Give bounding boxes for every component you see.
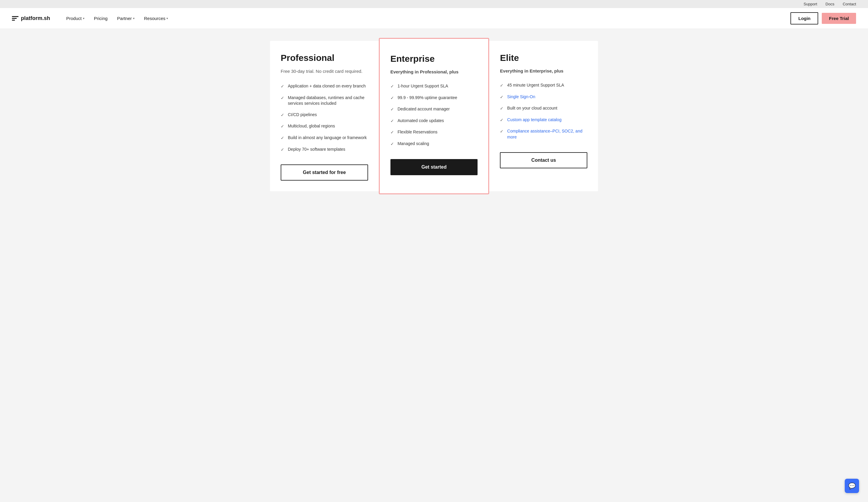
list-item: ✓ Managed databases, runtimes and cache … bbox=[281, 95, 368, 106]
docs-link[interactable]: Docs bbox=[826, 2, 835, 6]
list-item: ✓ 1-hour Urgent Support SLA bbox=[391, 83, 478, 90]
login-button[interactable]: Login bbox=[790, 12, 818, 24]
support-link[interactable]: Support bbox=[804, 2, 817, 6]
card-professional: Professional Free 30-day trial. No credi… bbox=[270, 41, 379, 191]
navbar: platform.sh Product ▾ Pricing Partner ▾ … bbox=[0, 8, 868, 29]
elite-title: Elite bbox=[500, 53, 587, 63]
list-item: ✓ CI/CD pipelines bbox=[281, 112, 368, 118]
elite-subtitle: Everything in Enterprise, plus bbox=[500, 68, 587, 74]
list-item: ✓ Automated code updates bbox=[391, 118, 478, 124]
list-item: ✓ Flexible Reservations bbox=[391, 129, 478, 135]
nav-pricing[interactable]: Pricing bbox=[90, 13, 112, 23]
nav-partner[interactable]: Partner ▾ bbox=[113, 13, 139, 23]
nav-resources[interactable]: Resources ▾ bbox=[140, 13, 173, 23]
check-icon: ✓ bbox=[391, 118, 394, 124]
list-item: ✓ Custom app template catalog bbox=[500, 117, 587, 123]
check-icon: ✓ bbox=[391, 130, 394, 135]
check-icon: ✓ bbox=[391, 95, 394, 101]
enterprise-cta-button[interactable]: Get started bbox=[391, 159, 478, 175]
list-item: ✓ Built on your cloud account bbox=[500, 105, 587, 112]
free-trial-button[interactable]: Free Trial bbox=[822, 13, 856, 24]
nav-links: Product ▾ Pricing Partner ▾ Resources ▾ bbox=[62, 13, 790, 23]
check-icon: ✓ bbox=[281, 135, 284, 141]
compliance-link[interactable]: Compliance assistance–PCI, SOC2, and mor… bbox=[507, 128, 587, 140]
chevron-down-icon: ▾ bbox=[83, 17, 84, 20]
list-item: ✓ Single Sign-On bbox=[500, 94, 587, 100]
check-icon: ✓ bbox=[281, 112, 284, 118]
list-item: ✓ Application + data cloned on every bra… bbox=[281, 83, 368, 90]
main-content: Professional Free 30-day trial. No credi… bbox=[0, 29, 868, 498]
check-icon: ✓ bbox=[391, 141, 394, 147]
check-icon: ✓ bbox=[391, 106, 394, 113]
check-icon: ✓ bbox=[500, 129, 504, 135]
list-item: ✓ Managed scaling bbox=[391, 141, 478, 147]
single-sign-on-link[interactable]: Single Sign-On bbox=[507, 94, 535, 100]
list-item: ✓ Compliance assistance–PCI, SOC2, and m… bbox=[500, 128, 587, 140]
check-icon: ✓ bbox=[281, 95, 284, 101]
elite-features: ✓ 45 minute Urgent Support SLA ✓ Single … bbox=[500, 82, 587, 140]
check-icon: ✓ bbox=[281, 147, 284, 153]
list-item: ✓ Multicloud, global regions bbox=[281, 123, 368, 130]
list-item: ✓ 45 minute Urgent Support SLA bbox=[500, 82, 587, 89]
check-icon: ✓ bbox=[281, 84, 284, 90]
check-icon: ✓ bbox=[500, 94, 504, 100]
chevron-down-icon: ▾ bbox=[133, 17, 135, 20]
custom-app-template-link[interactable]: Custom app template catalog bbox=[507, 117, 561, 123]
pricing-container: Professional Free 30-day trial. No credi… bbox=[270, 41, 598, 191]
professional-features: ✓ Application + data cloned on every bra… bbox=[281, 83, 368, 153]
contact-link[interactable]: Contact bbox=[843, 2, 856, 6]
chat-icon: 💬 bbox=[848, 482, 856, 490]
logo-text: platform.sh bbox=[21, 15, 50, 21]
nav-actions: Login Free Trial bbox=[790, 12, 856, 24]
professional-subtitle: Free 30-day trial. No credit card requir… bbox=[281, 68, 368, 75]
elite-footer: Contact us bbox=[500, 152, 587, 168]
professional-cta-button[interactable]: Get started for free bbox=[281, 164, 368, 181]
enterprise-features: ✓ 1-hour Urgent Support SLA ✓ 99.9 - 99.… bbox=[391, 83, 478, 147]
enterprise-subtitle: Everything in Professional, plus bbox=[391, 69, 478, 75]
card-enterprise: Enterprise Everything in Professional, p… bbox=[379, 38, 489, 194]
nav-product[interactable]: Product ▾ bbox=[62, 13, 89, 23]
check-icon: ✓ bbox=[281, 124, 284, 130]
check-icon: ✓ bbox=[391, 84, 394, 90]
list-item: ✓ 99.9 - 99.99% uptime guarantee bbox=[391, 95, 478, 101]
professional-footer: Get started for free bbox=[281, 164, 368, 181]
check-icon: ✓ bbox=[500, 83, 504, 89]
logo-icon bbox=[12, 16, 19, 21]
list-item: ✓ Dedicated account manager bbox=[391, 106, 478, 113]
chat-widget[interactable]: 💬 bbox=[845, 479, 859, 493]
enterprise-title: Enterprise bbox=[391, 54, 478, 64]
list-item: ✓ Deploy 70+ software templates bbox=[281, 146, 368, 153]
check-icon: ✓ bbox=[500, 117, 504, 123]
logo[interactable]: platform.sh bbox=[12, 15, 50, 21]
check-icon: ✓ bbox=[500, 106, 504, 112]
enterprise-footer: Get started bbox=[391, 159, 478, 175]
list-item: ✓ Build in almost any language or framew… bbox=[281, 135, 368, 141]
top-bar: Support Docs Contact bbox=[0, 0, 868, 8]
card-elite: Elite Everything in Enterprise, plus ✓ 4… bbox=[489, 41, 598, 191]
chevron-down-icon: ▾ bbox=[166, 17, 168, 20]
elite-cta-button[interactable]: Contact us bbox=[500, 152, 587, 168]
professional-title: Professional bbox=[281, 53, 368, 63]
